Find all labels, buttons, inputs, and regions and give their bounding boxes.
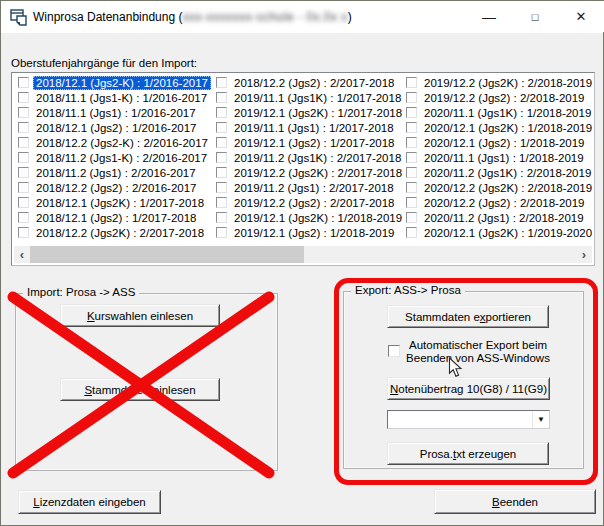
item-checkbox[interactable]	[18, 92, 29, 103]
item-checkbox[interactable]	[216, 77, 227, 88]
maximize-button[interactable]: □	[512, 1, 558, 32]
auto-export-checkbox-label: Automatischer Export beim Beenden von AS…	[403, 339, 553, 365]
item-checkbox[interactable]	[216, 137, 227, 148]
notenuebertrag-button[interactable]: Notenübertrag 10(G8) / 11(G9)	[387, 377, 550, 400]
item-checkbox[interactable]	[406, 212, 417, 223]
list-item[interactable]: 2020/12.1 (Jgs2K) : 1/2018-2019	[404, 120, 596, 135]
item-checkbox[interactable]	[406, 197, 417, 208]
item-checkbox[interactable]	[18, 77, 29, 88]
item-checkbox[interactable]	[406, 167, 417, 178]
item-checkbox[interactable]	[216, 167, 227, 178]
auto-export-checkbox[interactable]	[388, 345, 400, 357]
item-checkbox[interactable]	[18, 227, 29, 238]
list-item[interactable]: 2019/12.2 (Jgs2) : 2/2018-2019	[404, 90, 596, 105]
list-item[interactable]: 2018/12.1 (Jgs2) : 1/2017-2018	[16, 210, 208, 225]
list-item[interactable]: 2020/11.2 (Jgs1) : 2/2018-2019	[404, 210, 596, 225]
scroll-right-arrow-icon[interactable]: ›	[576, 246, 592, 263]
list-item[interactable]: 2018/12.2 (Jgs2) : 2/2016-2017	[16, 180, 208, 195]
item-label: 2019/12.1 (Jgs2K) : 1/2018-2019	[231, 211, 405, 225]
list-item[interactable]: 2018/12.2 (Jgs2-K) : 2/2016-2017	[16, 135, 208, 150]
item-checkbox[interactable]	[18, 167, 29, 178]
item-checkbox[interactable]	[216, 212, 227, 223]
item-label: 2018/12.1 (Jgs2K) : 1/2017-2018	[33, 196, 207, 210]
list-item[interactable]: 2019/11.2 (Jgs1K) : 2/2017-2018	[214, 150, 406, 165]
item-checkbox[interactable]	[216, 107, 227, 118]
stammdaten-exportieren-button[interactable]: Stammdaten exportieren	[387, 305, 549, 328]
item-label: 2018/11.2 (Jgs1-K) : 2/2016-2017	[33, 151, 210, 165]
scroll-left-arrow-icon[interactable]: ‹	[14, 246, 30, 263]
list-item[interactable]: 2019/12.2 (Jgs2K) : 2/2017-2018	[214, 165, 406, 180]
list-item[interactable]: 2019/12.1 (Jgs2) : 1/2017-2018	[214, 135, 406, 150]
item-checkbox[interactable]	[406, 182, 417, 193]
beenden-button[interactable]: Beenden	[434, 489, 596, 514]
minimize-button[interactable]: —	[466, 1, 512, 32]
list-item[interactable]: 2018/11.2 (Jgs1-K) : 2/2016-2017	[16, 150, 208, 165]
stammdaten-einlesen-button[interactable]: Stammdaten einlesen	[60, 378, 220, 401]
horizontal-scrollbar[interactable]: ‹ ›	[14, 246, 592, 263]
window-title: Winprosa Datenanbindung (xxx-xxxxxxx-sch…	[33, 1, 352, 33]
kurswahlen-einlesen-button[interactable]: Kurswahlen einlesen	[60, 304, 220, 327]
lizenzdaten-eingeben-button[interactable]: Lizenzdaten eingeben	[18, 490, 161, 514]
scrollbar-thumb[interactable]	[30, 246, 304, 263]
item-checkbox[interactable]	[18, 137, 29, 148]
list-item[interactable]: 2018/12.1 (Jgs2K) : 1/2017-2018	[16, 195, 208, 210]
item-checkbox[interactable]	[406, 122, 417, 133]
item-checkbox[interactable]	[216, 227, 227, 238]
list-item[interactable]: 2018/12.2 (Jgs2) : 2/2017-2018	[214, 75, 406, 90]
item-label: 2020/12.2 (Jgs2) : 2/2018-2019	[421, 196, 587, 210]
list-item[interactable]: 2020/11.1 (Jgs1K) : 1/2018-2019	[404, 105, 596, 120]
list-item[interactable]: 2020/12.2 (Jgs2) : 2/2018-2019	[404, 195, 596, 210]
close-button[interactable]: ✕	[558, 1, 604, 32]
list-item[interactable]: 2020/11.1 (Jgs1) : 1/2018-2019	[404, 150, 596, 165]
list-item[interactable]: 2018/12.1 (Jgs2) : 1/2016-2017	[16, 120, 208, 135]
list-item[interactable]: 2019/12.1 (Jgs2K) : 1/2017-2018	[214, 105, 406, 120]
item-label: 2020/12.1 (Jgs2) : 1/2018-2019	[421, 136, 587, 150]
list-item[interactable]: 2018/11.1 (Jgs1) : 1/2016-2017	[16, 105, 208, 120]
item-checkbox[interactable]	[216, 122, 227, 133]
list-item[interactable]: 2018/12.2 (Jgs2K) : 2/2017-2018	[16, 225, 208, 240]
item-checkbox[interactable]	[216, 92, 227, 103]
list-item[interactable]: 2019/12.2 (Jgs2) : 2/2017-2018	[214, 195, 406, 210]
item-checkbox[interactable]	[216, 152, 227, 163]
item-checkbox[interactable]	[406, 92, 417, 103]
item-checkbox[interactable]	[216, 182, 227, 193]
import-listbox[interactable]: 2018/12.1 (Jgs2-K) : 1/2016-20172018/11.…	[11, 72, 595, 266]
list-item[interactable]: 2020/12.1 (Jgs2) : 1/2018-2019	[404, 135, 596, 150]
item-label: 2018/12.2 (Jgs2-K) : 2/2016-2017	[33, 136, 211, 150]
item-checkbox[interactable]	[406, 152, 417, 163]
list-item[interactable]: 2019/12.1 (Jgs2) : 1/2018-2019	[214, 225, 406, 240]
item-label: 2018/11.1 (Jgs1-K) : 1/2016-2017	[33, 91, 210, 105]
item-checkbox[interactable]	[406, 137, 417, 148]
item-label: 2019/12.2 (Jgs2) : 2/2018-2019	[421, 91, 587, 105]
item-label: 2020/12.1 (Jgs2K) : 1/2018-2019	[421, 121, 595, 135]
item-checkbox[interactable]	[18, 107, 29, 118]
item-checkbox[interactable]	[18, 182, 29, 193]
item-checkbox[interactable]	[406, 227, 417, 238]
item-label: 2020/11.2 (Jgs1K) : 2/2018-2019	[421, 166, 594, 180]
list-item[interactable]: 2018/11.2 (Jgs1) : 2/2016-2017	[16, 165, 208, 180]
list-item[interactable]: 2019/12.1 (Jgs2K) : 1/2018-2019	[214, 210, 406, 225]
list-item[interactable]: 2020/11.2 (Jgs1K) : 2/2018-2019	[404, 165, 596, 180]
item-checkbox[interactable]	[406, 107, 417, 118]
import-group-title: Import: Prosa -> ASS	[23, 286, 139, 298]
list-item[interactable]: 2019/12.2 (Jgs2K) : 2/2018-2019	[404, 75, 596, 90]
list-item[interactable]: 2020/12.1 (Jgs2K) : 1/2019-2020	[404, 225, 596, 240]
list-item[interactable]: 2019/11.1 (Jgs1K) : 1/2017-2018	[214, 90, 406, 105]
list-item[interactable]: 2019/11.1 (Jgs1) : 1/2017-2018	[214, 120, 406, 135]
import-group: Import: Prosa -> ASS Kurswahlen einlesen…	[15, 293, 278, 471]
list-item[interactable]: 2020/12.2 (Jgs2K) : 2/2018-2019	[404, 180, 596, 195]
item-label: 2019/12.2 (Jgs2K) : 2/2018-2019	[421, 76, 595, 90]
prosa-txt-erzeugen-button[interactable]: Prosa.txt erzeugen	[387, 442, 549, 465]
combobox-dropdown-button[interactable]: ▼	[532, 411, 549, 428]
item-checkbox[interactable]	[216, 197, 227, 208]
list-item[interactable]: 2018/12.1 (Jgs2-K) : 1/2016-2017	[16, 75, 208, 90]
item-checkbox[interactable]	[18, 197, 29, 208]
maximize-icon: □	[532, 11, 539, 23]
item-checkbox[interactable]	[18, 212, 29, 223]
list-item[interactable]: 2018/11.1 (Jgs1-K) : 1/2016-2017	[16, 90, 208, 105]
item-checkbox[interactable]	[18, 122, 29, 133]
export-combobox[interactable]: ▼	[387, 410, 550, 429]
list-item[interactable]: 2019/11.2 (Jgs1) : 2/2017-2018	[214, 180, 406, 195]
item-checkbox[interactable]	[406, 77, 417, 88]
item-checkbox[interactable]	[18, 152, 29, 163]
